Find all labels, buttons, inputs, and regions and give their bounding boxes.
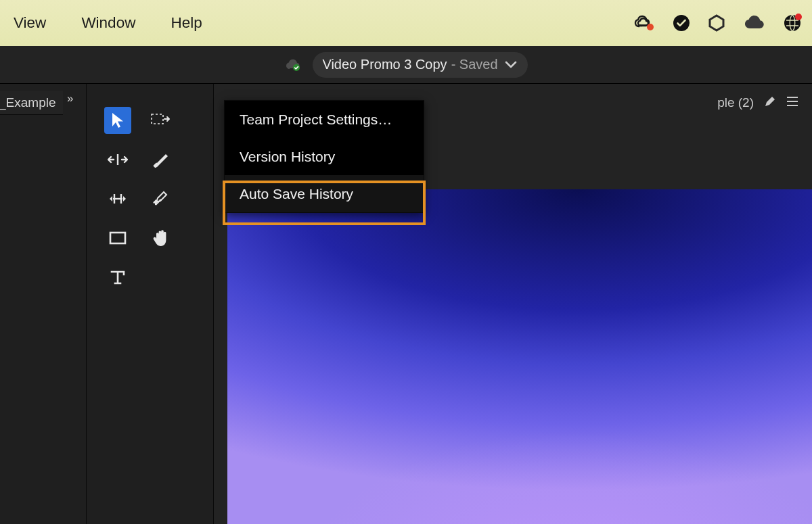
menu-view[interactable]: View bbox=[5, 10, 54, 36]
pen-tool[interactable] bbox=[148, 185, 175, 212]
check-circle-icon[interactable] bbox=[673, 14, 690, 32]
panel-menu-icon[interactable] bbox=[786, 95, 798, 110]
project-title: Video Promo 3 Copy bbox=[322, 57, 447, 72]
selection-tool[interactable] bbox=[104, 107, 131, 134]
svg-point-5 bbox=[293, 64, 300, 71]
svg-point-12 bbox=[159, 199, 161, 201]
svg-marker-2 bbox=[710, 16, 723, 30]
ripple-edit-tool[interactable] bbox=[104, 146, 131, 173]
project-context-menu: Team Project Settings… Version History A… bbox=[224, 100, 424, 213]
chevron-down-icon bbox=[505, 61, 517, 69]
menu-auto-save-history[interactable]: Auto Save History bbox=[225, 175, 424, 212]
cloud-synced-icon bbox=[284, 58, 303, 72]
razor-tool[interactable] bbox=[148, 146, 175, 173]
svg-point-4 bbox=[795, 14, 802, 20]
svg-rect-6 bbox=[152, 114, 163, 124]
app-header: Video Promo 3 Copy - Saved bbox=[0, 46, 812, 84]
menu-help[interactable]: Help bbox=[162, 10, 210, 36]
sequence-name-fragment[interactable]: ple (2) bbox=[717, 95, 754, 110]
browser-badge-icon[interactable] bbox=[784, 14, 803, 32]
svg-rect-13 bbox=[110, 233, 125, 243]
os-menubar: View Window Help bbox=[0, 0, 812, 46]
track-select-tool[interactable] bbox=[148, 107, 175, 134]
svg-point-0 bbox=[647, 24, 654, 30]
project-saved-status: - Saved bbox=[451, 57, 498, 72]
system-tray bbox=[633, 14, 805, 32]
tool-strip bbox=[87, 84, 214, 524]
type-tool[interactable] bbox=[104, 264, 131, 291]
hex-app-icon[interactable] bbox=[708, 14, 725, 32]
slip-tool[interactable] bbox=[104, 185, 131, 212]
rectangle-tool[interactable] bbox=[104, 224, 131, 252]
cloud-dark-icon[interactable] bbox=[743, 16, 766, 30]
menu-window[interactable]: Window bbox=[73, 10, 143, 36]
video-preview[interactable] bbox=[227, 189, 812, 524]
left-panel: _Example » bbox=[0, 84, 87, 524]
menu-team-project-settings[interactable]: Team Project Settings… bbox=[225, 101, 424, 138]
edit-name-icon[interactable] bbox=[763, 95, 777, 112]
cloud-sync-icon[interactable] bbox=[633, 15, 655, 31]
panel-overflow-chevrons-icon[interactable]: » bbox=[67, 92, 70, 105]
hand-tool[interactable] bbox=[148, 224, 175, 252]
menu-version-history[interactable]: Version History bbox=[225, 138, 424, 175]
left-panel-tab-fragment[interactable]: _Example bbox=[0, 91, 63, 115]
project-title-dropdown[interactable]: Video Promo 3 Copy - Saved bbox=[313, 52, 527, 78]
